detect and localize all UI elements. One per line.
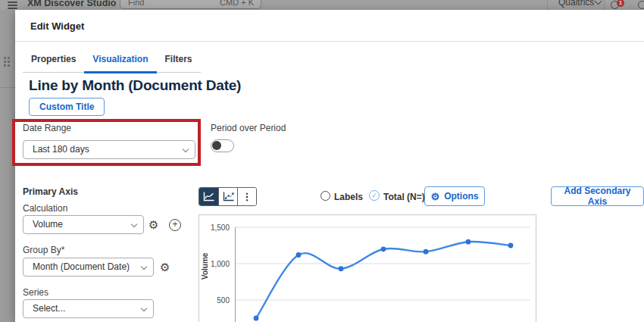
- line-chart: 5001,0001,500Volume: [199, 215, 536, 322]
- chevron-down-icon: [141, 264, 147, 270]
- line-with-points-chart-type-button[interactable]: [218, 188, 237, 205]
- svg-text:1,000: 1,000: [211, 260, 230, 268]
- primary-axis-heading: Primary Axis: [23, 186, 78, 197]
- period-over-period-toggle[interactable]: [211, 139, 234, 152]
- add-calculation-plus-icon[interactable]: +: [169, 219, 181, 231]
- gear-icon: ⚙: [431, 192, 440, 202]
- backdrop-left-strip: [0, 10, 15, 322]
- app-header-bar: XM Discover Studio Find CMD + K Qualtric…: [0, 0, 644, 10]
- svg-text:Volume: Volume: [201, 252, 209, 280]
- backdrop-divider: [0, 87, 15, 88]
- svg-text:500: 500: [217, 296, 230, 305]
- chart-type-button-group: ⋮: [199, 187, 257, 206]
- global-search-input[interactable]: Find CMD + K: [120, 0, 261, 9]
- more-chart-types-button[interactable]: ⋮: [237, 188, 256, 205]
- calculation-select[interactable]: Volume: [23, 215, 144, 234]
- drag-handle-icon[interactable]: [4, 57, 11, 67]
- line-chart-type-button[interactable]: [199, 188, 218, 205]
- tab-filters[interactable]: Filters: [157, 50, 201, 73]
- search-shortcut-hint: CMD + K: [220, 0, 254, 7]
- total-check-icon[interactable]: ✓: [369, 190, 380, 201]
- calculation-value: Volume: [33, 219, 63, 230]
- edit-widget-modal: Edit Widget Properties Visualization Fil…: [15, 10, 644, 322]
- group-by-select[interactable]: Month (Document Date): [23, 258, 154, 277]
- chevron-down-icon: [131, 221, 137, 227]
- divider: [15, 41, 644, 42]
- chart-preview[interactable]: 5001,0001,500Volume: [199, 214, 536, 322]
- group-by-settings-gear-icon[interactable]: ⚙: [160, 261, 170, 273]
- group-by-value: Month (Document Date): [33, 261, 130, 272]
- chevron-down-icon: [595, 0, 602, 5]
- calculation-settings-gear-icon[interactable]: ⚙: [148, 219, 158, 230]
- options-button[interactable]: ⚙ Options: [424, 186, 485, 206]
- labels-radio[interactable]: [320, 191, 330, 201]
- group-by-label: Group By*: [23, 245, 64, 255]
- vertical-ellipsis-icon: ⋮: [242, 191, 252, 202]
- add-secondary-axis-button[interactable]: Add Secondary Axis: [551, 186, 644, 206]
- chevron-down-icon: [183, 146, 189, 152]
- help-icon[interactable]: [638, 1, 644, 9]
- modal-tabs: Properties Visualization Filters: [23, 50, 201, 73]
- date-range-label: Date Range: [23, 123, 71, 133]
- date-range-value: Last 180 days: [33, 144, 89, 155]
- hamburger-menu-icon[interactable]: [8, 0, 17, 8]
- app-title: XM Discover Studio: [27, 0, 116, 8]
- series-select[interactable]: Select...: [23, 299, 154, 318]
- screen: XM Discover Studio Find CMD + K Qualtric…: [0, 0, 644, 322]
- labels-radio-label: Labels: [334, 192, 363, 202]
- total-label: Total (N=): [383, 192, 425, 202]
- tab-visualization[interactable]: Visualization: [84, 50, 156, 73]
- modal-title: Edit Widget: [30, 20, 84, 32]
- notification-badge: 1: [617, 0, 624, 7]
- account-menu[interactable]: Qualtrics: [558, 0, 594, 8]
- options-button-label: Options: [444, 191, 478, 202]
- header-separator: [604, 0, 605, 10]
- toggle-knob: [212, 141, 221, 150]
- period-over-period-label: Period over Period: [211, 123, 286, 133]
- search-placeholder: Find: [128, 0, 144, 7]
- tab-properties[interactable]: Properties: [23, 50, 84, 73]
- line-with-points-chart-icon: [223, 192, 234, 202]
- calculation-label: Calculation: [23, 203, 67, 214]
- line-chart-icon: [203, 192, 214, 202]
- widget-title: Line by Month (Document Date): [29, 77, 241, 94]
- svg-text:1,500: 1,500: [211, 224, 230, 232]
- custom-title-button[interactable]: Custom Title: [29, 98, 105, 116]
- series-label: Series: [23, 287, 48, 298]
- date-range-select[interactable]: Last 180 days: [23, 140, 195, 159]
- header-separator: [547, 0, 548, 10]
- chevron-down-icon: [141, 305, 147, 311]
- series-value: Select...: [33, 303, 65, 314]
